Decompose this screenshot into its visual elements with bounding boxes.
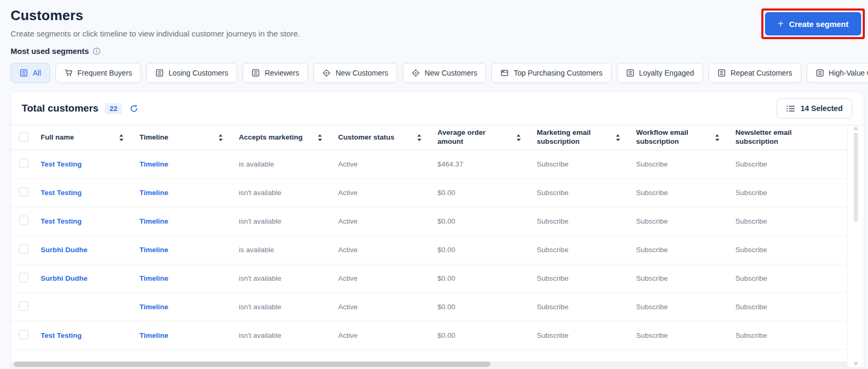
scroll-down-arrow-icon[interactable] (853, 362, 858, 366)
customer-name-link[interactable]: Test Testing (41, 160, 82, 168)
customer-name-link[interactable]: Surbhi Dudhe (41, 274, 88, 282)
timeline-link[interactable]: Timeline (139, 274, 169, 282)
timeline-link[interactable]: Timeline (139, 217, 169, 225)
row-checkbox[interactable] (19, 216, 29, 225)
list-icon (155, 69, 164, 77)
chip-top-purchasing-customers[interactable]: Top Purchasing Customers (491, 63, 611, 83)
customer-status-value: Active (338, 189, 358, 197)
workflow-email-value: Subscribe (636, 246, 668, 254)
page-header: Customers Create segments or click timel… (11, 7, 868, 39)
scroll-up-arrow-icon[interactable] (853, 126, 858, 130)
table-row: Test Testing Timeline is available Activ… (11, 150, 847, 179)
newsletter-email-value: Subscribe (735, 303, 767, 311)
customer-name-link[interactable]: Test Testing (41, 331, 82, 339)
workflow-email-value: Subscribe (636, 331, 668, 339)
sort-icon[interactable] (715, 134, 720, 141)
customer-name-link[interactable]: Test Testing (41, 217, 82, 225)
sort-icon[interactable] (615, 134, 620, 141)
chip-repeat-customers[interactable]: Repeat Customers (708, 63, 801, 83)
customers-card: Total customers 22 14 Selected (11, 91, 864, 367)
refresh-button[interactable] (128, 103, 139, 114)
sort-icon[interactable] (417, 134, 422, 141)
customer-status-value: Active (338, 274, 358, 282)
selected-list-icon (786, 105, 795, 113)
page-title: Customers (11, 7, 300, 24)
accepts-marketing-value: isn't available (239, 274, 282, 282)
create-segment-button[interactable]: + Create segment (765, 12, 861, 35)
column-header-timeline[interactable]: Timeline (139, 133, 239, 142)
cart-icon (64, 69, 73, 77)
column-header-average-order-amount[interactable]: Average order amount (437, 128, 537, 146)
customer-status-value: Active (338, 160, 358, 168)
column-header-full-name[interactable]: Full name (41, 133, 139, 142)
card-icon (500, 69, 509, 77)
chip-high-value-customers[interactable]: High-Value Customers (807, 63, 868, 83)
column-header-newsletter-email[interactable]: Newsletter email subscription (735, 128, 847, 146)
timeline-link[interactable]: Timeline (139, 303, 169, 311)
customer-name-link[interactable]: Surbhi Dudhe (41, 246, 88, 254)
sort-icon[interactable] (516, 134, 521, 141)
vertical-scrollbar[interactable] (852, 125, 860, 367)
row-checkbox[interactable] (19, 159, 29, 168)
chip-new-customers-2[interactable]: New Customers (403, 63, 487, 83)
row-checkbox[interactable] (19, 244, 29, 254)
selected-count-button[interactable]: 14 Selected (777, 98, 852, 118)
horizontal-scrollbar-thumb[interactable] (14, 362, 490, 367)
average-order-amount-value: $0.00 (437, 331, 455, 339)
column-header-accepts-marketing[interactable]: Accepts marketing (239, 133, 338, 142)
table-row: Timeline isn't available Active $0.00 Su… (11, 293, 847, 321)
workflow-email-value: Subscribe (636, 274, 668, 282)
card-title: Total customers (22, 103, 98, 114)
chip-loyalty-engaged[interactable]: Loyalty Engaged (617, 63, 703, 83)
timeline-link[interactable]: Timeline (139, 189, 169, 197)
sort-icon[interactable] (218, 134, 223, 141)
table-wrap: Full name Timeline Accepts marketing Cus… (11, 125, 864, 367)
workflow-email-value: Subscribe (636, 217, 668, 225)
timeline-link[interactable]: Timeline (139, 331, 169, 339)
newsletter-email-value: Subscribe (735, 331, 767, 339)
chip-reviewers[interactable]: Reviewers (242, 63, 308, 83)
timeline-link[interactable]: Timeline (139, 160, 169, 168)
sort-icon[interactable] (119, 134, 124, 141)
marketing-email-value: Subscribe (537, 189, 568, 197)
average-order-amount-value: $0.00 (437, 303, 455, 311)
newsletter-email-value: Subscribe (735, 246, 767, 254)
row-checkbox[interactable] (19, 330, 29, 339)
accepts-marketing-value: is available (239, 160, 274, 168)
list-icon (626, 69, 634, 77)
workflow-email-value: Subscribe (636, 189, 668, 197)
row-checkbox[interactable] (19, 187, 29, 197)
marketing-email-value: Subscribe (537, 246, 568, 254)
page-subtitle: Create segments or click timeline to vie… (11, 29, 300, 38)
newsletter-email-value: Subscribe (735, 160, 767, 168)
accepts-marketing-value: is available (239, 246, 274, 254)
chip-new-customers-1[interactable]: New Customers (313, 63, 397, 83)
accepts-marketing-value: isn't available (239, 189, 282, 197)
info-icon[interactable] (92, 47, 101, 56)
customer-count-badge: 22 (105, 103, 122, 114)
chip-all[interactable]: All (11, 63, 50, 83)
column-header-workflow-email[interactable]: Workflow email subscription (636, 128, 735, 146)
accepts-marketing-value: isn't available (239, 217, 282, 225)
page-header-text: Customers Create segments or click timel… (11, 7, 300, 38)
newsletter-email-value: Subscribe (735, 217, 767, 225)
customers-table: Full name Timeline Accepts marketing Cus… (11, 125, 847, 367)
customer-status-value: Active (338, 303, 358, 311)
marketing-email-value: Subscribe (537, 217, 568, 225)
customer-name-link[interactable]: Test Testing (41, 189, 82, 197)
vertical-scrollbar-thumb[interactable] (854, 133, 858, 222)
table-row: Test Testing Timeline isn't available Ac… (11, 207, 847, 236)
row-checkbox[interactable] (19, 301, 29, 311)
row-checkbox[interactable] (19, 273, 29, 282)
chip-losing-customers[interactable]: Losing Customers (146, 63, 237, 83)
select-all-checkbox[interactable] (19, 132, 29, 142)
column-header-customer-status[interactable]: Customer status (338, 133, 437, 142)
column-header-marketing-email[interactable]: Marketing email subscription (537, 128, 636, 146)
newsletter-email-value: Subscribe (735, 274, 767, 282)
table-row: Test Testing Timeline isn't available Ac… (11, 321, 847, 350)
timeline-link[interactable]: Timeline (139, 246, 169, 254)
sort-icon[interactable] (318, 134, 322, 141)
customer-status-value: Active (338, 331, 358, 339)
chip-frequent-buyers[interactable]: Frequent Buyers (55, 63, 142, 83)
horizontal-scrollbar[interactable] (11, 362, 847, 367)
